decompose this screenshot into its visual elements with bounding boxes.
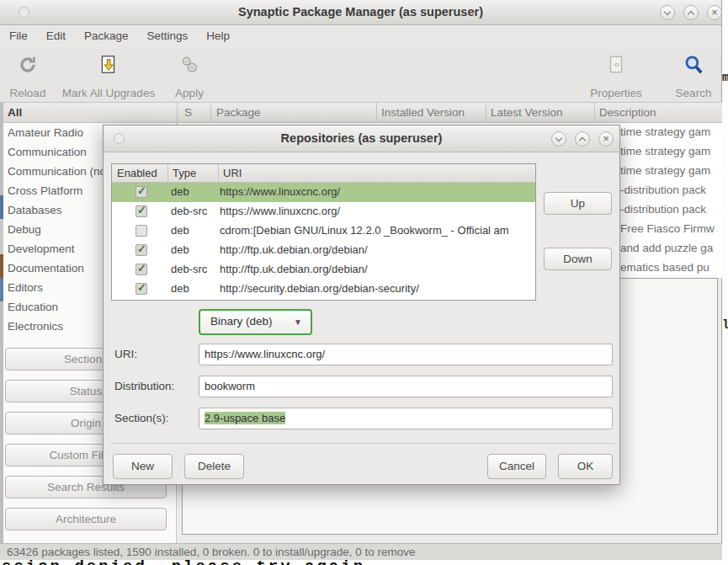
close-button[interactable]: × <box>598 131 614 147</box>
apply-gears-icon <box>178 54 200 76</box>
titlebar[interactable]: Synaptic Package Manager (as superuser) … <box>0 0 721 25</box>
repo-uri: http://ftp.uk.debian.org/debian/ <box>220 243 368 256</box>
repository-row[interactable] <box>112 299 535 301</box>
repo-type: deb-src <box>171 263 207 275</box>
repository-row[interactable]: deb-src https://www.linuxcnc.org/ <box>112 202 535 221</box>
package-description: time strategy gam <box>620 164 710 177</box>
close-icon: × <box>708 6 721 19</box>
background-text-fragment: l <box>722 318 728 332</box>
maximize-button[interactable] <box>575 131 590 147</box>
type-dropdown[interactable]: Binary (deb) ▼ <box>199 309 312 335</box>
background-terminal-sliver <box>0 103 3 543</box>
desktop: m l ssion denied, please try again Synap… <box>0 0 728 565</box>
uri-field[interactable]: https://www.linuxcnc.org/ <box>199 344 613 365</box>
close-icon: × <box>599 132 613 146</box>
uri-label: URI: <box>114 348 137 360</box>
status-text: 63426 packages listed, 1590 installed, 0… <box>7 546 416 558</box>
close-button[interactable]: × <box>707 5 722 20</box>
enabled-checkbox[interactable] <box>136 225 147 237</box>
repo-type: deb-src <box>171 205 207 217</box>
architecture-button[interactable]: Architecture <box>5 508 167 530</box>
package-description: Free Fiasco Firmw <box>620 222 715 235</box>
sections-header-all[interactable]: All <box>8 106 22 119</box>
repositories-rows: deb https://www.linuxcnc.org/ deb-src ht… <box>112 183 535 301</box>
repo-uri: http://security.debian.org/debian-securi… <box>220 282 419 295</box>
search-button[interactable]: Search <box>670 54 717 99</box>
repository-row[interactable]: deb-src http://ftp.uk.debian.org/debian/ <box>112 260 535 280</box>
column-separator <box>218 164 219 183</box>
chevron-down-icon: ▼ <box>294 317 302 327</box>
minimize-button[interactable] <box>551 131 566 147</box>
background-terminal-sliver: m l <box>722 0 728 565</box>
mark-all-upgrades-button[interactable]: Mark All Upgrades <box>54 54 163 99</box>
package-description: and add puzzle ga <box>620 242 713 254</box>
repositories-dialog: Repositories (as superuser) × Enabled Ty… <box>103 125 620 485</box>
enabled-checkbox[interactable] <box>136 205 147 217</box>
header-type[interactable]: Type <box>173 167 196 179</box>
delete-button[interactable]: Delete <box>184 454 244 479</box>
repositories-table: Enabled Type URI deb https://www.linuxcn… <box>111 163 536 301</box>
column-separator <box>177 103 178 123</box>
enabled-checkbox[interactable] <box>136 283 147 295</box>
down-button[interactable]: Down <box>544 248 612 270</box>
ok-button[interactable]: OK <box>558 454 613 479</box>
up-button[interactable]: Up <box>544 192 612 215</box>
column-header-latest-version[interactable]: Latest Version <box>491 106 563 119</box>
repository-row[interactable]: deb http://security.debian.org/debian-se… <box>112 280 535 299</box>
dialog-titlebar[interactable]: Repositories (as superuser) × <box>104 125 619 152</box>
repository-row[interactable]: deb https://www.linuxcnc.org/ <box>112 183 535 202</box>
selected-text: 2.9-uspace base <box>205 412 285 424</box>
sections-label: Section(s): <box>114 412 169 424</box>
cancel-button[interactable]: Cancel <box>487 454 546 479</box>
sections-field[interactable]: 2.9-uspace base <box>199 408 613 429</box>
mark-all-upgrades-icon <box>98 54 120 76</box>
dialog-title: Repositories (as superuser) <box>104 131 619 145</box>
package-description: -distribution pack <box>620 203 706 216</box>
enabled-checkbox[interactable] <box>136 244 147 256</box>
column-header-status[interactable]: S <box>184 106 192 119</box>
reload-button[interactable]: Reload <box>5 54 50 99</box>
minimize-button[interactable] <box>660 5 675 20</box>
column-header-description[interactable]: Description <box>599 106 656 119</box>
menu-item[interactable]: Settings <box>138 25 198 49</box>
package-description: time strategy gam <box>620 125 710 138</box>
column-separator <box>486 103 486 123</box>
repo-type: deb <box>171 243 189 256</box>
repo-type: deb <box>171 224 189 237</box>
apply-button[interactable]: Apply <box>166 54 213 99</box>
chevron-up-icon <box>579 137 586 144</box>
repositories-table-header: Enabled Type URI <box>112 164 535 183</box>
repo-uri: cdrom:[Debian GNU/Linux 12.2.0 _Bookworm… <box>220 224 509 237</box>
chevron-down-icon <box>664 8 671 15</box>
menu-item[interactable]: Help <box>197 25 239 49</box>
menu-item[interactable]: Edit <box>37 25 75 49</box>
repository-row[interactable]: deb cdrom:[Debian GNU/Linux 12.2.0 _Book… <box>112 221 535 241</box>
enabled-checkbox[interactable] <box>136 264 147 275</box>
menu-item[interactable]: Package <box>75 25 138 49</box>
background-terminal-text: ssion denied, please try again <box>2 560 365 565</box>
repository-row[interactable]: deb http://ftp.uk.debian.org/debian/ <box>112 241 535 260</box>
column-headers: All S Package Installed Version Latest V… <box>0 103 722 123</box>
package-description: ematics based pu <box>620 261 709 274</box>
chevron-down-icon <box>555 135 562 141</box>
search-icon <box>683 54 704 76</box>
header-uri[interactable]: URI <box>223 167 242 179</box>
toolbar: Reload Mark All Upgrades Apply <box>0 49 721 103</box>
new-button[interactable]: New <box>113 454 173 479</box>
enabled-checkbox[interactable] <box>136 186 147 198</box>
properties-button[interactable]: Properties <box>587 54 645 99</box>
column-header-installed-version[interactable]: Installed Version <box>381 106 465 119</box>
package-description: time strategy gam <box>620 145 710 157</box>
menubar: FileEditPackageSettingsHelp <box>0 25 721 49</box>
distribution-field[interactable]: bookworm <box>199 376 613 397</box>
window-title: Synaptic Package Manager (as superuser) <box>0 5 721 19</box>
repo-type: deb <box>171 185 189 198</box>
menu-item[interactable]: File <box>0 25 37 49</box>
column-header-package[interactable]: Package <box>216 106 261 119</box>
column-separator <box>376 103 377 123</box>
maximize-button[interactable] <box>683 5 699 20</box>
header-enabled[interactable]: Enabled <box>117 167 157 179</box>
column-separator <box>167 164 168 183</box>
statusbar: 63426 packages listed, 1590 installed, 0… <box>0 543 722 560</box>
package-description: -distribution pack <box>620 184 706 196</box>
